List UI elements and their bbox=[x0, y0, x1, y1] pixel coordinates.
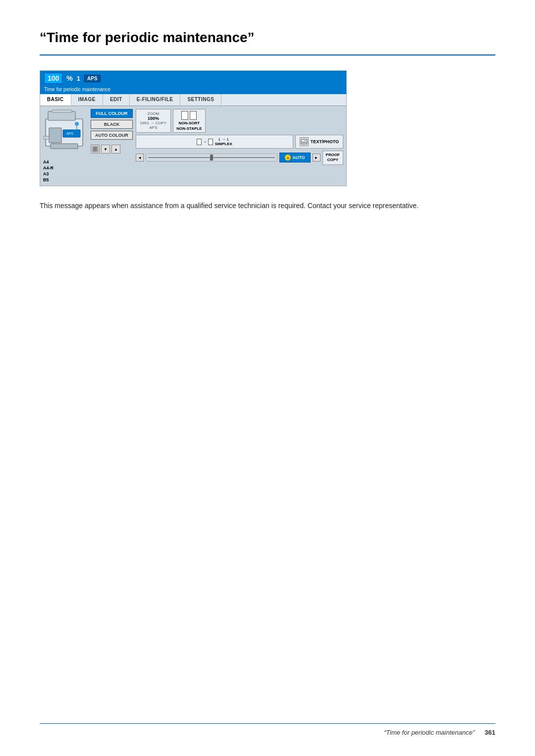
right-mid-row: → 1 → 1 SIMPLEX bbox=[136, 135, 343, 149]
auto-label: AUTO bbox=[292, 155, 305, 160]
machine-svg: APS bbox=[43, 109, 85, 156]
svg-rect-2 bbox=[49, 128, 61, 143]
aps-label: APS bbox=[84, 75, 101, 82]
tab-edit[interactable]: EDIT bbox=[103, 94, 130, 106]
simplex-icon: → bbox=[197, 139, 213, 145]
org-copy-label: ORG → COPY bbox=[140, 121, 166, 125]
machine-image-area: APS A4 A4-R A3 B5 bbox=[43, 109, 88, 183]
right-arrow-button[interactable]: ► bbox=[313, 154, 321, 162]
zoom-label: ZOOM bbox=[140, 111, 166, 116]
paper-b5: B5 bbox=[43, 177, 88, 183]
page-footer: “Time for periodic maintenance” 361 bbox=[40, 723, 495, 736]
svg-rect-4 bbox=[51, 144, 78, 149]
footer-page-number: 361 bbox=[484, 729, 495, 736]
slider-marker bbox=[210, 155, 213, 161]
aps-sub-label: APS bbox=[140, 125, 166, 130]
svg-rect-5 bbox=[43, 136, 49, 139]
svg-text:APS: APS bbox=[66, 132, 73, 135]
nav-arrows: ▼ ▲ bbox=[91, 145, 133, 154]
right-bottom-row: ◄ ● AUTO ► PROOF COPY bbox=[136, 151, 343, 165]
tab-image[interactable]: IMAGE bbox=[71, 94, 103, 106]
non-sort-label: NON-SORT bbox=[179, 121, 200, 125]
main-panel: APS A4 A4-R A3 B5 FULL COLOUR BLACK AUTO… bbox=[40, 106, 346, 186]
status-message: Time for periodic maintenance bbox=[40, 86, 346, 94]
paper-a4r: A4-R bbox=[43, 165, 88, 171]
arrow-sym: → bbox=[203, 139, 207, 144]
page-content: “Time for periodic maintenance” 100 % 1 … bbox=[0, 0, 535, 270]
color-mode-controls: FULL COLOUR BLACK AUTO COLOUR ▼ ▲ bbox=[91, 109, 133, 154]
down-arrow-button[interactable]: ▼ bbox=[101, 145, 110, 154]
sheet-icon-1 bbox=[181, 111, 188, 120]
slider-line bbox=[148, 157, 275, 158]
paper-a4: A4 bbox=[43, 159, 88, 165]
non-sort-icons bbox=[181, 111, 197, 120]
simplex-labels: 1 → 1 SIMPLEX bbox=[215, 137, 232, 146]
non-sort-box: NON-SORT NON-STAPLE bbox=[173, 109, 205, 133]
black-button[interactable]: BLACK bbox=[91, 120, 133, 129]
machine-ui-panel: 100 % 1 APS Time for periodic maintenanc… bbox=[40, 70, 347, 186]
copy-label: COPY bbox=[326, 158, 340, 162]
auto-icon: ● bbox=[285, 155, 291, 161]
zoom-box: ZOOM 100% ORG → COPY APS bbox=[136, 109, 171, 133]
proof-copy-button[interactable]: PROOF COPY bbox=[322, 151, 343, 165]
description-text: This message appears when assistance fro… bbox=[40, 200, 426, 211]
svg-rect-6 bbox=[52, 110, 72, 112]
text-photo-label: TEXT/PHOTO bbox=[311, 139, 339, 144]
text-photo-icon bbox=[300, 137, 309, 146]
footer-title: “Time for periodic maintenance” bbox=[384, 729, 475, 736]
simplex-label: SIMPLEX bbox=[215, 142, 232, 146]
svg-rect-17 bbox=[302, 142, 307, 143]
zoom-value: 100% bbox=[140, 116, 166, 121]
auto-button[interactable]: ● AUTO bbox=[279, 153, 310, 162]
simplex-ratio: 1 → 1 bbox=[218, 137, 229, 142]
sheet-icon-2 bbox=[190, 111, 197, 120]
status-bar: 100 % 1 APS bbox=[40, 71, 346, 86]
left-arrow-button[interactable]: ◄ bbox=[136, 154, 144, 162]
right-panel: ZOOM 100% ORG → COPY APS NON-SORT NON-ST… bbox=[136, 109, 343, 165]
scroll-icon bbox=[91, 145, 100, 154]
percent-sign: % bbox=[66, 74, 72, 82]
divider bbox=[40, 54, 495, 55]
auto-colour-button[interactable]: AUTO COLOUR bbox=[91, 131, 133, 140]
paper-a3: A3 bbox=[43, 171, 88, 177]
up-arrow-button[interactable]: ▲ bbox=[111, 145, 120, 154]
svg-rect-14 bbox=[93, 150, 97, 151]
tab-efiling[interactable]: E-FILING/FILE bbox=[130, 94, 181, 106]
page-rect-2 bbox=[208, 139, 213, 145]
right-top-row: ZOOM 100% ORG → COPY APS NON-SORT NON-ST… bbox=[136, 109, 343, 133]
svg-rect-16 bbox=[302, 140, 304, 142]
page-rect-1 bbox=[197, 139, 202, 145]
tab-basic[interactable]: BASIC bbox=[40, 94, 71, 106]
text-photo-svg bbox=[301, 138, 308, 145]
proof-label: PROOF bbox=[326, 153, 340, 158]
svg-point-9 bbox=[75, 122, 79, 126]
paper-sizes-list: A4 A4-R A3 B5 bbox=[43, 159, 88, 183]
tab-settings[interactable]: SETTINGS bbox=[180, 94, 221, 106]
non-staple-label: NON-STAPLE bbox=[176, 126, 202, 131]
slider-area[interactable] bbox=[146, 154, 277, 162]
svg-rect-12 bbox=[93, 147, 97, 148]
full-colour-button[interactable]: FULL COLOUR bbox=[91, 109, 133, 118]
simplex-box: → 1 → 1 SIMPLEX bbox=[136, 135, 293, 149]
zoom-number: 100 bbox=[44, 73, 62, 84]
copy-count: 1 bbox=[77, 75, 80, 82]
text-photo-box: TEXT/PHOTO bbox=[295, 135, 343, 149]
svg-rect-1 bbox=[48, 111, 75, 120]
tab-row: BASIC IMAGE EDIT E-FILING/FILE SETTINGS bbox=[40, 94, 346, 106]
page-title: “Time for periodic maintenance” bbox=[40, 30, 495, 46]
svg-rect-13 bbox=[93, 149, 97, 150]
